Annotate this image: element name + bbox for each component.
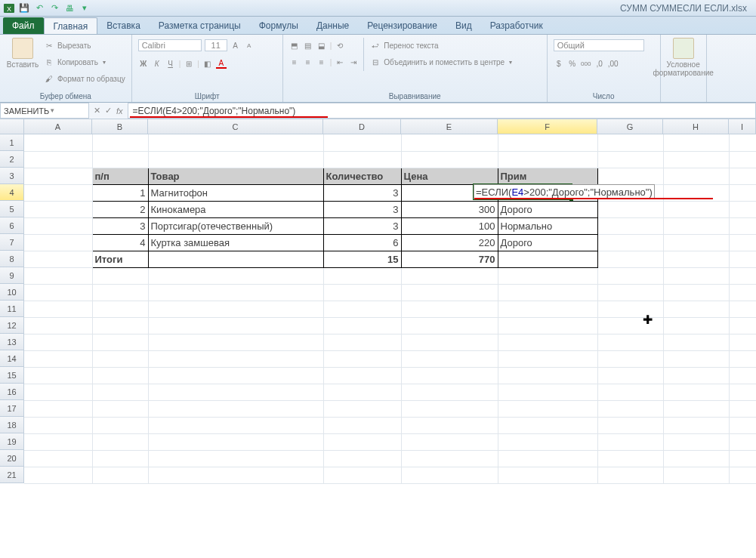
tab-review[interactable]: Рецензирование <box>358 17 446 34</box>
cell-formula-editor[interactable]: =ЕСЛИ(E4>200;"Дорого";"Нормально") <box>474 184 655 199</box>
formula-suffix: >200;"Дорого";"Нормально") <box>523 187 652 198</box>
conditional-formatting-button[interactable]: Условное форматирование <box>667 38 700 77</box>
print-icon[interactable]: 🖶 <box>63 2 76 14</box>
row-header-9[interactable]: 9 <box>0 267 24 284</box>
decrease-font-icon[interactable]: A <box>244 40 255 51</box>
paste-button[interactable]: Вставить <box>6 38 39 69</box>
fx-icon[interactable]: fx <box>116 106 123 116</box>
formula-bar[interactable]: =ЕСЛИ(E4>200;"Дорого";"Нормально") <box>128 103 756 119</box>
tab-insert[interactable]: Вставка <box>97 17 150 34</box>
align-center-icon[interactable]: ≡ <box>303 57 313 67</box>
increase-indent-icon[interactable]: ⇥ <box>348 57 359 67</box>
brush-icon: 🖌 <box>44 73 54 84</box>
group-alignment-label: Выравнивание <box>289 91 541 100</box>
align-right-icon[interactable]: ≡ <box>316 57 327 67</box>
font-name-select[interactable]: Calibri <box>138 39 202 51</box>
cut-icon: ✂ <box>44 40 54 51</box>
borders-icon[interactable]: ⊞ <box>184 58 194 69</box>
row-header-14[interactable]: 14 <box>0 350 24 367</box>
copy-label: Копировать <box>57 58 98 66</box>
group-styles-label <box>667 99 700 100</box>
fill-color-icon[interactable]: ◧ <box>202 58 213 69</box>
conditional-formatting-label: Условное форматирование <box>653 60 714 77</box>
row-header-7[interactable]: 7 <box>0 234 24 251</box>
row-header-3[interactable]: 3 <box>0 168 24 184</box>
qat-dropdown-icon[interactable]: ▾ <box>79 2 91 14</box>
row-header-10[interactable]: 10 <box>0 284 24 301</box>
column-header-F[interactable]: F <box>498 119 597 134</box>
percent-icon[interactable]: % <box>567 58 578 69</box>
formula-ref: E4 <box>511 187 523 198</box>
tab-view[interactable]: Вид <box>446 17 481 34</box>
decrease-decimal-icon[interactable]: ,00 <box>608 58 619 69</box>
tab-pagelayout[interactable]: Разметка страницы <box>150 17 250 34</box>
row-header-2[interactable]: 2 <box>0 151 24 168</box>
copy-button[interactable]: ⎘Копировать▾ <box>44 54 125 69</box>
row-header-13[interactable]: 13 <box>0 334 24 350</box>
column-header-I[interactable]: I <box>729 119 756 134</box>
formula-highlight <box>130 116 328 118</box>
decrease-indent-icon[interactable]: ⇤ <box>335 57 345 67</box>
row-header-17[interactable]: 17 <box>0 400 24 417</box>
enter-formula-icon[interactable]: ✓ <box>105 106 112 116</box>
spreadsheet-grid[interactable]: ABCDEFGHI 123456789101112131415161718192… <box>0 119 756 557</box>
currency-icon[interactable]: $ <box>554 58 564 69</box>
row-header-5[interactable]: 5 <box>0 201 24 217</box>
row-header-15[interactable]: 15 <box>0 367 24 384</box>
wrap-text-button[interactable]: ⮐Перенос текста <box>370 38 512 53</box>
format-painter-button[interactable]: 🖌Формат по образцу <box>44 71 125 86</box>
increase-font-icon[interactable]: A <box>230 40 241 51</box>
row-header-11[interactable]: 11 <box>0 301 24 317</box>
row-header-1[interactable]: 1 <box>0 134 24 151</box>
merge-label: Объединить и поместить в центре <box>384 58 505 66</box>
align-left-icon[interactable]: ≡ <box>289 57 300 67</box>
svg-text:X: X <box>7 5 11 13</box>
column-header-G[interactable]: G <box>597 119 663 134</box>
align-bottom-icon[interactable]: ⬓ <box>316 40 327 51</box>
row-header-12[interactable]: 12 <box>0 317 24 334</box>
underline-icon[interactable]: Ч <box>165 58 176 69</box>
increase-decimal-icon[interactable]: ,0 <box>594 58 605 69</box>
bold-icon[interactable]: Ж <box>138 58 149 69</box>
group-font-label: Шрифт <box>138 91 276 100</box>
file-tab[interactable]: Файл <box>3 17 44 34</box>
font-color-icon[interactable]: A <box>216 58 227 69</box>
tab-developer[interactable]: Разработчик <box>481 17 552 34</box>
redo-icon[interactable]: ↷ <box>48 2 60 14</box>
column-header-E[interactable]: E <box>401 119 498 134</box>
align-top-icon[interactable]: ⬒ <box>289 40 300 51</box>
save-icon[interactable]: 💾 <box>18 2 30 14</box>
align-middle-icon[interactable]: ▤ <box>303 40 313 51</box>
name-box[interactable]: ЗАМЕНИТЬ ▼ <box>0 103 89 119</box>
undo-icon[interactable]: ↶ <box>33 2 45 14</box>
italic-icon[interactable]: К <box>152 58 162 69</box>
column-header-D[interactable]: D <box>323 119 401 134</box>
tab-data[interactable]: Данные <box>307 17 358 34</box>
column-header-C[interactable]: C <box>148 119 323 134</box>
column-header-H[interactable]: H <box>663 119 729 134</box>
row-header-19[interactable]: 19 <box>0 433 24 450</box>
group-alignment: ⬒ ▤ ⬓ | ⟲ ≡ ≡ ≡ | ⇤ ⇥ ⮐Перенос текста ⊟О… <box>283 35 548 102</box>
cut-button[interactable]: ✂Вырезать <box>44 38 125 53</box>
tab-formulas[interactable]: Формулы <box>250 17 307 34</box>
comma-icon[interactable]: 000 <box>581 58 591 69</box>
name-box-dropdown-icon[interactable]: ▼ <box>49 107 85 114</box>
title-bar: X 💾 ↶ ↷ 🖶 ▾ СУММ СУММЕСЛИ ЕСЛИ.xlsx <box>0 0 756 17</box>
column-header-A[interactable]: A <box>24 119 92 134</box>
row-header-21[interactable]: 21 <box>0 467 24 483</box>
orientation-icon[interactable]: ⟲ <box>335 40 345 51</box>
font-size-select[interactable]: 11 <box>205 39 227 51</box>
tab-home[interactable]: Главная <box>44 17 98 34</box>
row-header-8[interactable]: 8 <box>0 251 24 267</box>
merge-center-button[interactable]: ⊟Объединить и поместить в центре▾ <box>370 54 512 69</box>
column-header-B[interactable]: B <box>92 119 148 134</box>
row-header-16[interactable]: 16 <box>0 384 24 400</box>
number-format-select[interactable]: Общий <box>554 39 644 51</box>
row-header-20[interactable]: 20 <box>0 450 24 467</box>
row-header-6[interactable]: 6 <box>0 217 24 234</box>
row-header-18[interactable]: 18 <box>0 417 24 433</box>
select-all-corner[interactable] <box>0 119 24 134</box>
cancel-formula-icon[interactable]: ✕ <box>94 106 100 116</box>
window-title: СУММ СУММЕСЛИ ЕСЛИ.xlsx <box>91 3 753 14</box>
row-header-4[interactable]: 4 <box>0 184 24 201</box>
